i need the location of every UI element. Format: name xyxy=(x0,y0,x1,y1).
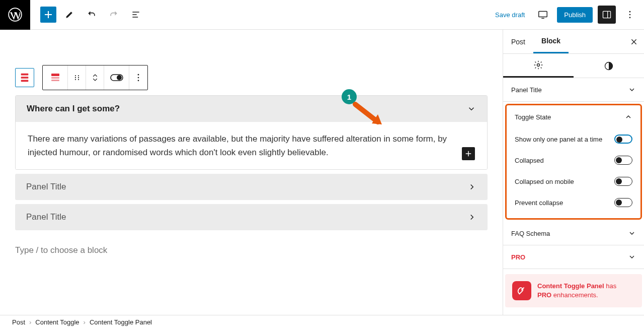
svg-rect-2 xyxy=(603,11,611,18)
pro-text: Content Toggle Panel has PRO enhancement… xyxy=(537,282,616,300)
settings-sidebar: Post Block Panel Title xyxy=(503,30,644,315)
panel-header[interactable]: Panel Title xyxy=(15,174,488,200)
toggle-label: Collapsed xyxy=(515,157,544,164)
section-label: FAQ Schema xyxy=(511,230,550,237)
toggle-row-one-panel: Show only one panel at a time xyxy=(515,128,632,150)
top-toolbar: Save draft Publish xyxy=(0,0,644,30)
chevron-up-icon xyxy=(624,113,632,121)
settings-sidebar-toggle[interactable] xyxy=(598,6,616,24)
svg-point-21 xyxy=(138,77,139,79)
svg-rect-11 xyxy=(51,80,59,81)
save-draft-link[interactable]: Save draft xyxy=(491,7,529,23)
block-toolbar xyxy=(15,65,148,90)
annotation-arrow-icon xyxy=(353,99,388,129)
gear-icon xyxy=(533,60,543,70)
chevron-down-icon xyxy=(467,104,476,113)
tab-post[interactable]: Post xyxy=(503,31,533,53)
top-left xyxy=(0,0,145,29)
wordpress-logo[interactable] xyxy=(0,0,30,30)
drag-handle-icon[interactable] xyxy=(68,65,86,90)
toggle-switch[interactable] xyxy=(614,135,632,144)
toggle-switch[interactable] xyxy=(614,177,632,186)
close-sidebar-icon[interactable] xyxy=(628,36,640,48)
svg-point-4 xyxy=(629,14,631,16)
breadcrumb-sep: › xyxy=(29,318,31,326)
breadcrumb-sep: › xyxy=(84,318,86,326)
highlighted-section: Toggle State Show only one panel at a ti… xyxy=(505,104,642,220)
chevron-right-icon xyxy=(467,213,476,222)
edit-tool-icon[interactable] xyxy=(60,6,78,24)
editor-inner: Where can I get some? There are many var… xyxy=(0,30,503,255)
toggle-switch[interactable] xyxy=(614,156,632,165)
list-view-icon[interactable] xyxy=(127,6,145,24)
svg-point-23 xyxy=(537,64,540,67)
pro-badge-icon xyxy=(512,281,531,300)
undo-icon[interactable] xyxy=(83,6,101,24)
chevron-down-icon xyxy=(628,229,636,237)
section-label: Panel Title xyxy=(511,86,542,94)
panel-header[interactable]: Where can I get some? xyxy=(16,96,487,122)
section-header-toggle-state[interactable]: Toggle State xyxy=(507,105,640,128)
svg-rect-8 xyxy=(21,80,29,82)
accordion-block: Where can I get some? There are many var… xyxy=(15,95,488,170)
toggle-label: Collapsed on mobile xyxy=(515,178,574,185)
section-panel-title: Panel Title xyxy=(503,78,644,102)
panel-body-text: There are many variations of passages ar… xyxy=(28,134,447,157)
breadcrumb: Post › Content Toggle › Content Toggle P… xyxy=(0,315,644,329)
panel-header[interactable]: Panel Title xyxy=(15,204,488,230)
chevron-down-icon xyxy=(628,86,636,94)
toggle-label: Prevent collapse xyxy=(515,199,563,207)
sidebar-tabs: Post Block xyxy=(503,30,644,54)
move-arrows-icon[interactable] xyxy=(86,65,104,90)
block-placeholder[interactable]: Type / to choose a block xyxy=(15,230,488,255)
section-header[interactable]: FAQ Schema xyxy=(503,222,644,245)
redo-icon[interactable] xyxy=(105,6,123,24)
editor-canvas[interactable]: 1 xyxy=(0,30,503,315)
panel-title: Where can I get some? xyxy=(27,104,120,114)
add-inline-button[interactable] xyxy=(462,147,475,160)
svg-point-12 xyxy=(74,75,75,76)
section-header[interactable]: Panel Title xyxy=(503,78,644,101)
section-label: Toggle State xyxy=(515,113,551,121)
section-label: PRO xyxy=(511,253,525,261)
tab-block[interactable]: Block xyxy=(533,30,569,53)
section-header[interactable]: PRO xyxy=(503,245,644,269)
section-pro: PRO xyxy=(503,245,644,269)
svg-rect-7 xyxy=(21,77,29,79)
toggle-switch[interactable] xyxy=(614,198,632,207)
section-body: Show only one panel at a time Collapsed … xyxy=(507,128,640,218)
pro-banner[interactable]: Content Toggle Panel has PRO enhancement… xyxy=(505,274,642,307)
publish-button[interactable]: Publish xyxy=(557,7,593,23)
svg-point-14 xyxy=(74,77,75,78)
preview-icon[interactable] xyxy=(534,6,552,24)
add-block-button[interactable] xyxy=(40,7,56,23)
sidebar-subtabs xyxy=(503,54,644,78)
block-more-icon[interactable] xyxy=(129,65,147,90)
svg-rect-1 xyxy=(539,12,547,17)
parent-block-icon[interactable] xyxy=(15,68,34,87)
chevron-down-icon xyxy=(628,253,636,261)
subtab-settings[interactable] xyxy=(503,54,574,78)
svg-rect-9 xyxy=(51,74,59,76)
breadcrumb-item[interactable]: Post xyxy=(12,318,25,326)
svg-point-3 xyxy=(629,11,631,13)
svg-point-15 xyxy=(77,77,78,78)
breadcrumb-item[interactable]: Content Toggle xyxy=(35,318,79,326)
breadcrumb-item[interactable]: Content Toggle Panel xyxy=(90,318,152,326)
block-type-icon[interactable] xyxy=(43,65,68,90)
toggle-row-prevent-collapse: Prevent collapse xyxy=(515,192,632,213)
annotation-callout: 1 xyxy=(342,89,357,104)
panel-body[interactable]: There are many variations of passages ar… xyxy=(16,122,487,169)
section-faq-schema: FAQ Schema xyxy=(503,222,644,245)
svg-rect-6 xyxy=(21,74,29,76)
subtab-styles[interactable] xyxy=(574,54,644,78)
toggle-row-collapsed: Collapsed xyxy=(515,150,632,171)
svg-point-13 xyxy=(77,75,78,76)
app-root: Save draft Publish 1 xyxy=(0,0,644,329)
svg-rect-10 xyxy=(51,77,59,79)
main-area: 1 xyxy=(0,30,644,315)
more-options-icon[interactable] xyxy=(621,6,639,24)
svg-point-20 xyxy=(138,74,139,76)
toggle-state-icon[interactable] xyxy=(104,65,129,90)
svg-point-22 xyxy=(138,80,139,82)
